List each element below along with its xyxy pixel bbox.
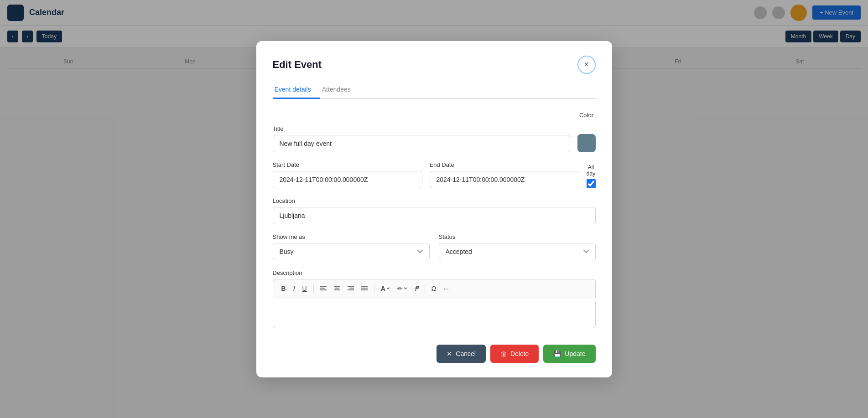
align-center-button[interactable] xyxy=(331,284,343,293)
bold-button[interactable]: B xyxy=(279,283,289,294)
tab-event-details[interactable]: Event details xyxy=(273,81,320,99)
delete-label: Delete xyxy=(510,350,529,357)
show-status-row: Show me as Busy Free Status Accepted Ten… xyxy=(273,233,596,260)
status-label: Status xyxy=(439,233,596,240)
description-toolbar: B I U xyxy=(273,279,596,298)
color-swatch[interactable] xyxy=(577,134,596,152)
italic-button[interactable]: I xyxy=(291,283,298,294)
end-date-input[interactable] xyxy=(430,171,579,188)
title-color-row: Title Color xyxy=(273,112,596,152)
align-right-button[interactable] xyxy=(345,284,357,293)
title-input[interactable] xyxy=(273,135,570,152)
highlight-button[interactable]: ✏ xyxy=(395,283,410,294)
color-group: Color xyxy=(577,112,596,152)
end-date-group: End Date xyxy=(430,161,579,188)
title-field-group: Title xyxy=(273,125,570,152)
modal-title: Edit Event xyxy=(273,59,322,71)
show-me-as-label: Show me as xyxy=(273,233,430,240)
update-label: Update xyxy=(565,350,585,357)
show-me-as-select[interactable]: Busy Free xyxy=(273,243,430,260)
more-button[interactable]: ··· xyxy=(441,283,452,294)
description-group: Description B I U xyxy=(273,269,596,328)
start-date-label: Start Date xyxy=(273,161,422,168)
all-day-checkbox[interactable] xyxy=(587,179,596,188)
status-select[interactable]: Accepted Tentative Declined xyxy=(439,243,596,260)
modal-tabs: Event details Attendees xyxy=(273,81,596,99)
clear-format-button[interactable]: Ᵽ xyxy=(412,283,421,294)
action-row: ✕ Cancel 🗑 Delete 💾 Update xyxy=(273,341,596,363)
delete-icon: 🗑 xyxy=(500,350,507,357)
location-input[interactable] xyxy=(273,207,596,224)
toolbar-divider-2 xyxy=(374,284,374,293)
close-button[interactable]: × xyxy=(577,56,596,74)
align-left-button[interactable] xyxy=(317,284,329,293)
description-editor[interactable] xyxy=(273,301,596,328)
toolbar-divider-3 xyxy=(425,284,425,293)
start-date-group: Start Date xyxy=(273,161,422,188)
update-icon: 💾 xyxy=(553,350,561,357)
all-day-group: Allday xyxy=(587,164,596,188)
start-date-input[interactable] xyxy=(273,171,422,188)
tab-attendees[interactable]: Attendees xyxy=(320,81,360,99)
color-label: Color xyxy=(579,112,593,119)
toolbar-divider-1 xyxy=(313,284,314,293)
all-day-label: Allday xyxy=(587,164,595,177)
omega-button[interactable]: Ω xyxy=(429,283,439,294)
update-button[interactable]: 💾 Update xyxy=(543,345,595,363)
delete-button[interactable]: 🗑 Delete xyxy=(490,345,539,363)
underline-button[interactable]: U xyxy=(300,283,310,294)
event-form: Title Color Start Date End Date xyxy=(273,112,596,363)
show-me-as-group: Show me as Busy Free xyxy=(273,233,430,260)
modal-overlay: Edit Event × Event details Attendees Tit… xyxy=(0,0,868,418)
end-date-label: End Date xyxy=(430,161,579,168)
modal-header: Edit Event × xyxy=(273,56,596,74)
date-row: Start Date End Date Allday xyxy=(273,161,596,188)
description-label: Description xyxy=(273,269,596,276)
location-group: Location xyxy=(273,197,596,224)
cancel-label: Cancel xyxy=(456,350,476,357)
cancel-button[interactable]: ✕ Cancel xyxy=(437,345,486,363)
justify-button[interactable] xyxy=(359,284,370,293)
font-color-button[interactable]: A xyxy=(378,283,393,294)
cancel-icon: ✕ xyxy=(447,350,452,357)
edit-event-modal: Edit Event × Event details Attendees Tit… xyxy=(256,41,612,377)
title-label: Title xyxy=(273,125,570,132)
location-label: Location xyxy=(273,197,596,204)
status-group: Status Accepted Tentative Declined xyxy=(439,233,596,260)
